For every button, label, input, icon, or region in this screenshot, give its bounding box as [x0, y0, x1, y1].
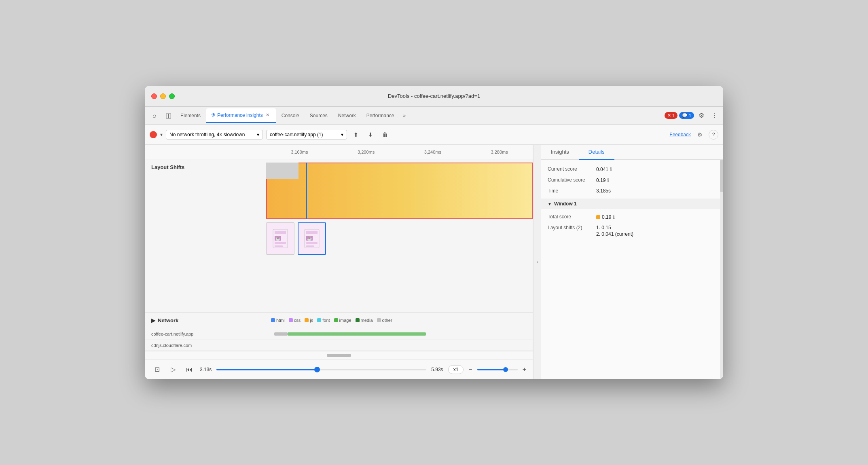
speed-selector[interactable]: x1 — [448, 365, 464, 374]
cursor-icon[interactable]: ⌕ — [148, 109, 161, 122]
collapse-button[interactable]: › — [533, 145, 541, 379]
layout-shifts-row: Layout shifts (2) 1. 0.15 2. 0.041 (curr… — [548, 225, 717, 237]
tab-performance-insights[interactable]: ⚗ Performance insights ✕ — [206, 108, 276, 123]
playback-thumb[interactable] — [314, 367, 320, 372]
legend-font: font — [317, 318, 330, 323]
network-bar-area-2 — [266, 342, 533, 349]
network-row-label-2: cdnjs.cloudflare.com — [145, 343, 266, 348]
tab-elements[interactable]: Elements — [176, 108, 205, 123]
network-rows: coffee-cart.netlify.app cdnjs.cloudflare… — [145, 328, 533, 351]
right-panel-scrollbar-thumb[interactable] — [720, 160, 723, 192]
throttle-arrow: ▾ — [257, 132, 259, 137]
right-tab-bar: Insights Details — [541, 145, 723, 160]
horizontal-scrollbar[interactable] — [145, 351, 533, 359]
traffic-lights — [151, 93, 175, 99]
playback-bar: ⊡ ▷ ⏮ 3.13s 5.93s x1 − + — [145, 359, 533, 379]
zoom-thumb[interactable] — [503, 367, 508, 372]
network-row-label-1: coffee-cart.netlify.app — [145, 332, 266, 336]
window1-details: Total score 0.19 ℹ Layout shifts (2) 1. … — [548, 214, 717, 237]
window1-section-header[interactable]: ▼ Window 1 — [541, 199, 723, 209]
settings-tab-button[interactable]: ⚙ — [696, 110, 707, 121]
upload-button[interactable]: ⬆ — [350, 129, 362, 140]
network-row-2[interactable]: cdnjs.cloudflare.com — [145, 339, 533, 351]
current-score-info-icon[interactable]: ℹ — [610, 166, 612, 172]
cumulative-score-row: Cumulative score 0.19 ℹ — [548, 177, 717, 183]
tab-sources[interactable]: Sources — [305, 108, 332, 123]
tab-insights[interactable]: Insights — [541, 145, 579, 160]
window-title: DevTools - coffee-cart.netlify.app/?ad=1 — [388, 93, 480, 99]
right-panel-scrollbar[interactable] — [720, 160, 723, 379]
tab-bar: ⌕ ◫ Elements ⚗ Performance insights ✕ Co… — [145, 107, 723, 125]
svg-rect-7 — [306, 231, 318, 234]
time-marker-1: 3,160ms — [266, 150, 333, 154]
cumulative-score-value: 0.19 ℹ — [596, 177, 609, 183]
network-label[interactable]: ▶ Network — [145, 317, 266, 323]
more-options-button[interactable]: ⋮ — [709, 110, 720, 121]
network-header: ▶ Network html css — [145, 313, 533, 328]
info-badge[interactable]: 💬 1 — [679, 112, 694, 119]
tab-close-button[interactable]: ✕ — [265, 112, 271, 118]
zoom-slider[interactable] — [477, 369, 518, 370]
thumbnail-before[interactable]: ☕ — [266, 222, 294, 255]
shift-gray-area — [266, 163, 299, 179]
thumbnail-row: ☕ ☕ — [266, 219, 533, 258]
other-dot — [377, 318, 381, 322]
play-button[interactable]: ▷ — [167, 364, 179, 375]
skip-to-start-button[interactable]: ⏮ — [184, 364, 195, 375]
close-button[interactable] — [151, 93, 157, 99]
record-dropdown-arrow[interactable]: ▾ — [160, 132, 163, 137]
feedback-link[interactable]: Feedback — [669, 132, 691, 137]
layout-shifts-section: Layout Shifts ☕ — [145, 159, 533, 313]
thumbnail-after[interactable]: ☕ — [298, 222, 326, 255]
tab-network[interactable]: Network — [333, 108, 361, 123]
tab-performance[interactable]: Performance — [362, 108, 399, 123]
screenshot-button[interactable]: ⊡ — [151, 364, 163, 375]
layout-shift-visualization — [266, 163, 533, 219]
playback-slider[interactable] — [216, 369, 426, 370]
image-dot — [334, 318, 338, 322]
error-badge[interactable]: ✕ 1 — [665, 112, 677, 119]
tab-details[interactable]: Details — [579, 145, 614, 160]
network-section: ▶ Network html css — [145, 313, 533, 351]
css-dot — [289, 318, 293, 322]
total-score-row: Total score 0.19 ℹ — [548, 214, 717, 220]
net-bar-prefix-1 — [274, 332, 288, 336]
zoom-in-icon[interactable]: + — [523, 366, 526, 373]
layout-shifts-values: 1. 0.15 2. 0.041 (current) — [596, 225, 633, 237]
js-dot — [305, 318, 309, 322]
maximize-button[interactable] — [169, 93, 175, 99]
layout-shifts-count-label: Layout shifts (2) — [548, 225, 596, 237]
orange-dot — [596, 215, 600, 219]
svg-rect-5 — [275, 245, 283, 247]
layout-shifts-timeline: ☕ ☕ — [266, 159, 533, 312]
right-panel: Insights Details Current score 0.041 ℹ C… — [541, 145, 723, 379]
shift-blue-line — [306, 163, 307, 219]
help-button[interactable]: ? — [709, 130, 718, 140]
titlebar: DevTools - coffee-cart.netlify.app/?ad=1 — [145, 86, 723, 107]
zoom-out-icon[interactable]: − — [468, 366, 472, 373]
more-tabs-button[interactable]: » — [400, 111, 409, 120]
net-bar-main-1 — [288, 332, 426, 336]
svg-rect-11 — [306, 245, 314, 247]
tab-console[interactable]: Console — [277, 108, 304, 123]
throttle-select[interactable]: No network throttling, 4× slowdown ▾ — [166, 130, 263, 140]
network-legend: html css js font — [266, 315, 397, 325]
legend-js: js — [305, 318, 313, 323]
settings-button[interactable]: ⚙ — [694, 129, 705, 140]
time-marker-3: 3,240ms — [400, 150, 466, 154]
network-bar-area-1 — [266, 331, 533, 337]
device-icon[interactable]: ◫ — [162, 109, 175, 122]
scrollbar-thumb[interactable] — [327, 354, 351, 357]
minimize-button[interactable] — [160, 93, 166, 99]
legend-other: other — [377, 318, 392, 323]
main-content: 3,160ms 3,200ms 3,240ms 3,280ms Layout S… — [145, 145, 723, 379]
total-score-info-icon[interactable]: ℹ — [613, 214, 615, 220]
svg-text:☕: ☕ — [307, 236, 312, 241]
download-button[interactable]: ⬇ — [365, 129, 376, 140]
origin-select[interactable]: coffee-cart.netlify.app (1) ▾ — [266, 130, 347, 140]
cumulative-score-info-icon[interactable]: ℹ — [607, 177, 609, 183]
html-dot — [271, 318, 275, 322]
network-row-1[interactable]: coffee-cart.netlify.app — [145, 328, 533, 339]
record-button[interactable] — [150, 131, 157, 138]
delete-button[interactable]: 🗑 — [379, 129, 391, 140]
